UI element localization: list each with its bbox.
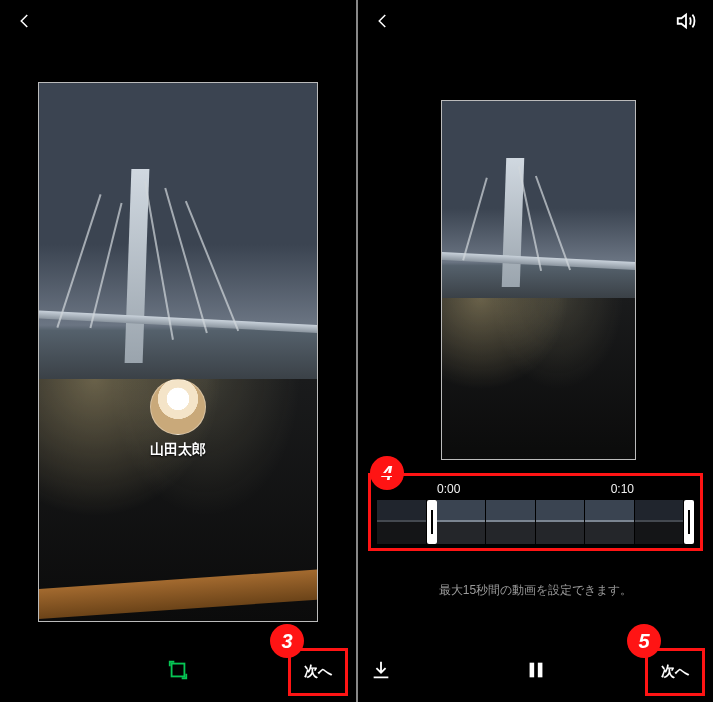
back-icon[interactable] [16,12,34,34]
trim-thumb [437,500,487,544]
trim-thumb [635,500,685,544]
download-icon[interactable] [370,659,392,685]
right-topbar [358,0,713,46]
trim-note: 最大15秒間の動画を設定できます。 [358,582,713,599]
annotation-callout-5: 5 [627,624,661,658]
bridge-graphic [38,255,318,363]
next-button-label: 次へ [661,663,689,681]
left-phone-screen: 山田太郎 次へ 3 [0,0,356,702]
avatar [150,379,206,435]
next-button[interactable]: 次へ [288,648,348,696]
trim-end-time: 0:10 [611,482,634,496]
trim-time-row: 0:00 0:10 [377,482,694,500]
video-preview-small[interactable] [441,100,636,460]
svg-rect-2 [529,663,534,678]
trim-thumb [377,500,427,544]
trim-thumb [585,500,635,544]
profile-overlay: 山田太郎 [150,379,206,459]
left-topbar [0,0,356,46]
right-phone-screen: 4 0:00 0:10 最大15秒間の動画を設定できます。 次へ 5 [356,0,713,702]
water-graphic [442,298,635,459]
crop-icon[interactable] [167,659,189,685]
svg-marker-1 [678,15,686,28]
svg-rect-3 [537,663,542,678]
annotation-callout-3: 3 [270,624,304,658]
trim-panel: 0:00 0:10 [368,473,703,551]
trim-track[interactable] [377,500,694,544]
trim-thumb [536,500,586,544]
next-button[interactable]: 次へ [645,648,705,696]
bridge-graphic [441,216,636,288]
svg-rect-0 [172,664,185,677]
next-button-label: 次へ [304,663,332,681]
video-preview[interactable]: 山田太郎 [38,82,318,622]
sound-icon[interactable] [675,10,697,36]
trim-start-time: 0:00 [437,482,460,496]
trim-handle-start[interactable] [427,500,437,544]
trim-handle-end[interactable] [684,500,694,544]
pause-icon[interactable] [525,659,547,685]
profile-name: 山田太郎 [150,441,206,459]
trim-thumb [486,500,536,544]
back-icon[interactable] [374,12,392,34]
